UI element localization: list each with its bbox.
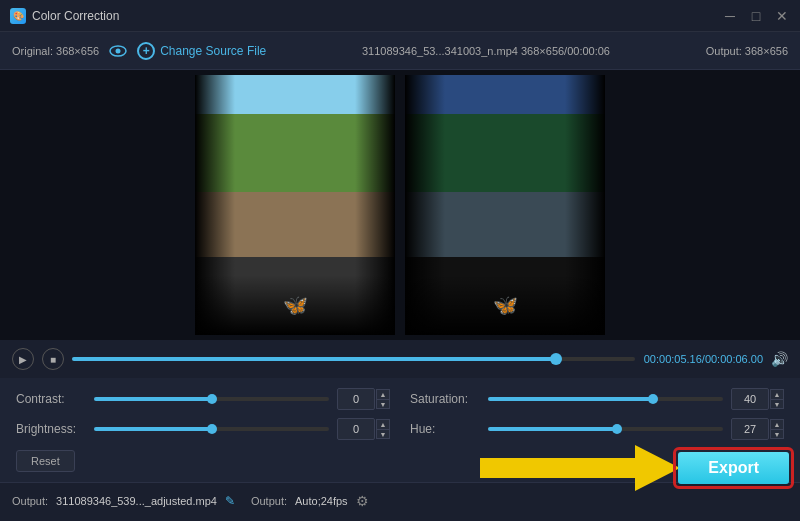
video-area: 🦋 🦋 xyxy=(0,70,800,340)
minimize-button[interactable]: ─ xyxy=(722,8,738,24)
stop-button[interactable]: ■ xyxy=(42,348,64,370)
play-pause-button[interactable]: ▶ xyxy=(12,348,34,370)
progress-bar[interactable] xyxy=(72,357,635,361)
settings-gear-icon[interactable]: ⚙ xyxy=(356,493,369,509)
contrast-label: Contrast: xyxy=(16,392,86,406)
timeline: ▶ ■ 00:00:05.16/00:00:06.00 🔊 xyxy=(0,340,800,378)
brightness-input[interactable] xyxy=(337,418,375,440)
output-filename-text: 311089346_539..._adjusted.mp4 xyxy=(56,495,217,507)
brightness-value-group: ▲ ▼ xyxy=(337,418,390,440)
saturation-value-group: ▲ ▼ xyxy=(731,388,784,410)
output-format-label: Output: xyxy=(251,495,287,507)
title-text: Color Correction xyxy=(32,9,119,23)
file-info-text: 311089346_53...341003_n.mp4 368×656/00:0… xyxy=(276,45,696,57)
title-bar: 🎨 Color Correction ─ □ ✕ xyxy=(0,0,800,32)
add-source-icon: + xyxy=(137,42,155,60)
hue-value-group: ▲ ▼ xyxy=(731,418,784,440)
original-video-frame: 🦋 xyxy=(195,75,395,335)
hue-label: Hue: xyxy=(410,422,480,436)
reset-button[interactable]: Reset xyxy=(16,450,75,472)
hue-increment[interactable]: ▲ xyxy=(770,419,784,429)
hue-input[interactable] xyxy=(731,418,769,440)
contrast-increment[interactable]: ▲ xyxy=(376,389,390,399)
hue-thumb[interactable] xyxy=(612,424,622,434)
contrast-input[interactable] xyxy=(337,388,375,410)
saturation-row: Saturation: ▲ ▼ xyxy=(410,388,784,410)
time-display: 00:00:05.16/00:00:06.00 xyxy=(643,353,763,365)
brightness-spin-buttons: ▲ ▼ xyxy=(376,419,390,439)
change-source-label: Change Source File xyxy=(160,44,266,58)
saturation-input[interactable] xyxy=(731,388,769,410)
saturation-fill xyxy=(488,397,653,401)
hue-slider[interactable] xyxy=(488,427,723,431)
edit-filename-icon[interactable]: ✎ xyxy=(225,494,235,508)
eye-icon[interactable] xyxy=(109,42,127,60)
output-format-text: Auto;24fps xyxy=(295,495,348,507)
saturation-slider[interactable] xyxy=(488,397,723,401)
hue-decrement[interactable]: ▼ xyxy=(770,429,784,439)
contrast-thumb[interactable] xyxy=(207,394,217,404)
brightness-slider[interactable] xyxy=(94,427,329,431)
progress-fill xyxy=(72,357,556,361)
window-controls: ─ □ ✕ xyxy=(722,8,790,24)
contrast-value-group: ▲ ▼ xyxy=(337,388,390,410)
brightness-increment[interactable]: ▲ xyxy=(376,419,390,429)
contrast-fill xyxy=(94,397,212,401)
brightness-fill xyxy=(94,427,212,431)
brightness-row: Brightness: ▲ ▼ xyxy=(16,418,390,440)
saturation-thumb[interactable] xyxy=(648,394,658,404)
saturation-spin-buttons: ▲ ▼ xyxy=(770,389,784,409)
progress-thumb[interactable] xyxy=(550,353,562,365)
brightness-thumb[interactable] xyxy=(207,424,217,434)
contrast-decrement[interactable]: ▼ xyxy=(376,399,390,409)
play-icon: ▶ xyxy=(19,354,27,365)
saturation-increment[interactable]: ▲ xyxy=(770,389,784,399)
brightness-label: Brightness: xyxy=(16,422,86,436)
saturation-decrement[interactable]: ▼ xyxy=(770,399,784,409)
hue-spin-buttons: ▲ ▼ xyxy=(770,419,784,439)
volume-icon[interactable]: 🔊 xyxy=(771,351,788,367)
saturation-label: Saturation: xyxy=(410,392,480,406)
original-dimension-label: Original: 368×656 xyxy=(12,45,99,57)
export-button[interactable]: Export xyxy=(678,452,789,484)
butterfly-emoji-original: 🦋 xyxy=(283,293,308,317)
contrast-spin-buttons: ▲ ▼ xyxy=(376,389,390,409)
contrast-row: Contrast: ▲ ▼ xyxy=(16,388,390,410)
close-button[interactable]: ✕ xyxy=(774,8,790,24)
output-video-panel: 🦋 xyxy=(405,75,605,335)
butterfly-emoji-output: 🦋 xyxy=(493,293,518,317)
reset-container: Reset xyxy=(16,448,390,472)
stop-icon: ■ xyxy=(50,354,56,365)
original-video-panel: 🦋 xyxy=(195,75,395,335)
svg-point-1 xyxy=(116,48,121,53)
title-left: 🎨 Color Correction xyxy=(10,8,119,24)
brightness-decrement[interactable]: ▼ xyxy=(376,429,390,439)
hue-fill xyxy=(488,427,617,431)
export-highlight-border: Export xyxy=(673,447,794,489)
output-dimension-label: Output: 368×656 xyxy=(706,45,788,57)
export-button-wrapper: Export xyxy=(673,447,794,489)
output-filename-label: Output: xyxy=(12,495,48,507)
output-video-frame: 🦋 xyxy=(405,75,605,335)
contrast-slider[interactable] xyxy=(94,397,329,401)
app-icon: 🎨 xyxy=(10,8,26,24)
change-source-button[interactable]: + Change Source File xyxy=(137,42,266,60)
maximize-button[interactable]: □ xyxy=(748,8,764,24)
hue-row: Hue: ▲ ▼ xyxy=(410,418,784,440)
toolbar: Original: 368×656 + Change Source File 3… xyxy=(0,32,800,70)
